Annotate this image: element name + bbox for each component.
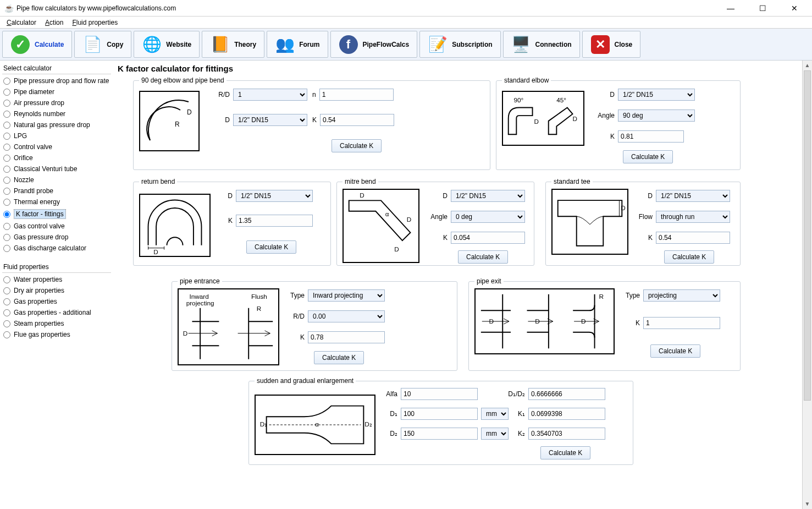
calculate-k-pipeexit[interactable]: Calculate K (650, 344, 700, 358)
select-tee-d[interactable]: 1/2" DN15 (656, 190, 730, 202)
website-button[interactable]: 🌐 Website (134, 31, 200, 58)
radio-calc[interactable] (3, 155, 10, 162)
sidebar-calc-item[interactable]: Nozzle (2, 174, 111, 185)
radio-calc[interactable] (3, 133, 10, 140)
vertical-scrollbar[interactable]: ▲ ▼ (802, 61, 812, 509)
radio-calc[interactable] (3, 199, 10, 206)
forum-button[interactable]: 👥 Forum (267, 31, 328, 58)
radio-calc[interactable] (3, 111, 10, 118)
output-px-k[interactable] (643, 317, 720, 329)
radio-calc[interactable] (3, 100, 10, 107)
output-rb-k[interactable] (236, 215, 313, 227)
sidebar-calc-item[interactable]: Gas discharge calculator (2, 243, 111, 254)
select-pe-rd[interactable]: 0.00 (308, 310, 385, 322)
radio-fluid[interactable] (3, 331, 10, 338)
sidebar-calc-item[interactable]: Gas control valve (2, 221, 111, 232)
output-en-d1d2[interactable] (528, 388, 605, 400)
output-en-k2[interactable] (528, 428, 605, 440)
scroll-up-icon[interactable]: ▲ (803, 61, 812, 70)
sidebar-fluid-item[interactable]: Gas properties (2, 296, 111, 307)
sidebar-calc-item[interactable]: Pipe pressure drop and flow rate (2, 75, 111, 86)
menu-fluid[interactable]: Fluid properties (68, 18, 122, 28)
sidebar-fluid-item[interactable]: Dry air properties (2, 285, 111, 296)
sidebar-fluid-item[interactable]: Flue gas properties (2, 329, 111, 340)
radio-calc[interactable] (3, 78, 10, 85)
copy-button[interactable]: 📄 Copy (74, 31, 131, 58)
sidebar-calc-item[interactable]: Air pressure drop (2, 97, 111, 108)
radio-calc[interactable] (3, 223, 10, 230)
sidebar-calc-item[interactable]: K factor - fittings (2, 207, 111, 221)
close-window-button[interactable]: ✕ (783, 4, 805, 13)
sidebar-fluid-item[interactable]: Gas properties - additional (2, 307, 111, 318)
sidebar-calc-item[interactable]: Orifice (2, 152, 111, 163)
scroll-thumb[interactable] (804, 70, 811, 401)
select-en-d2-unit[interactable]: mm (481, 428, 509, 440)
sidebar-fluid-item[interactable]: Steam properties (2, 318, 111, 329)
calculate-k-stdelbow[interactable]: Calculate K (623, 150, 673, 163)
close-button[interactable]: ✕ Close (582, 31, 641, 58)
radio-fluid[interactable] (3, 287, 10, 294)
input-en-d1[interactable] (401, 408, 478, 420)
radio-calc[interactable] (3, 177, 10, 184)
connection-button[interactable]: 🖥️ Connection (503, 31, 580, 58)
sidebar-calc-item[interactable]: Prandtl probe (2, 185, 111, 196)
calculate-k-enlargement[interactable]: Calculate K (540, 446, 590, 459)
sidebar-calc-item[interactable]: Reynolds number (2, 108, 111, 119)
radio-fluid[interactable] (3, 309, 10, 316)
select-px-type[interactable]: projecting (643, 289, 720, 302)
sidebar-calc-item[interactable]: LPG (2, 130, 111, 141)
output-k[interactable] (320, 114, 394, 126)
globe-icon: 🌐 (142, 35, 162, 54)
maximize-button[interactable]: ☐ (752, 4, 774, 13)
radio-fluid[interactable] (3, 320, 10, 327)
calculate-k-elbow90[interactable]: Calculate K (332, 139, 382, 152)
select-mb-angle[interactable]: 0 deg (451, 211, 525, 223)
radio-calc[interactable] (3, 144, 10, 151)
radio-calc[interactable] (3, 188, 10, 195)
radio-calc[interactable] (3, 245, 10, 252)
select-d[interactable]: 1/2" DN15 (233, 114, 307, 126)
output-mb-k[interactable] (451, 232, 525, 244)
input-n[interactable] (319, 89, 394, 101)
scroll-down-icon[interactable]: ▼ (803, 499, 812, 509)
select-en-d1-unit[interactable]: mm (481, 408, 509, 420)
radio-calc[interactable] (3, 166, 10, 173)
output-en-k1[interactable] (528, 408, 605, 420)
input-en-alfa[interactable] (401, 388, 478, 400)
calculate-k-pipeentrance[interactable]: Calculate K (314, 351, 364, 364)
radio-calc[interactable] (3, 89, 10, 96)
radio-calc[interactable] (3, 211, 10, 218)
sidebar-calc-item[interactable]: Thermal energy (2, 196, 111, 207)
select-pe-type[interactable]: Inward projecting (308, 289, 385, 302)
sidebar-calc-item[interactable]: Gas pressure drop (2, 232, 111, 243)
sidebar-calc-item[interactable]: Pipe diameter (2, 86, 111, 97)
radio-calc[interactable] (3, 234, 10, 241)
sidebar-calc-item[interactable]: Classical Venturi tube (2, 163, 111, 174)
output-pe-k[interactable] (308, 331, 385, 343)
pipeflowcalcs-button[interactable]: f PipeFlowCalcs (330, 31, 418, 58)
calculate-k-returnbend[interactable]: Calculate K (246, 240, 296, 254)
calculate-k-stdtee[interactable]: Calculate K (664, 250, 714, 264)
select-rb-d[interactable]: 1/2" DN15 (236, 190, 313, 202)
theory-button[interactable]: 📙 Theory (202, 31, 264, 58)
menu-calculator[interactable]: Calculator (2, 18, 41, 28)
minimize-button[interactable]: — (720, 4, 742, 13)
select-std-angle[interactable]: 90 deg (618, 110, 695, 122)
sidebar-calc-item[interactable]: Control valve (2, 141, 111, 152)
output-std-k[interactable] (618, 130, 684, 143)
calculate-button[interactable]: ✓ Calculate (2, 31, 72, 58)
radio-calc[interactable] (3, 122, 10, 129)
select-mb-d[interactable]: 1/2" DN15 (451, 190, 525, 202)
select-tee-flow[interactable]: through run (656, 211, 730, 223)
radio-fluid[interactable] (3, 276, 10, 283)
select-std-d[interactable]: 1/2" DN15 (618, 89, 695, 101)
radio-fluid[interactable] (3, 298, 10, 305)
calculate-k-mitrebend[interactable]: Calculate K (458, 250, 508, 264)
sidebar-fluid-item[interactable]: Water properties (2, 274, 111, 285)
select-rd[interactable]: 1 (233, 89, 307, 101)
output-tee-k[interactable] (656, 232, 730, 244)
sidebar-calc-item[interactable]: Natural gas pressure drop (2, 119, 111, 130)
subscription-button[interactable]: 📝 Subscription (419, 31, 500, 58)
menu-action[interactable]: Action (41, 18, 68, 28)
input-en-d2[interactable] (401, 428, 478, 440)
